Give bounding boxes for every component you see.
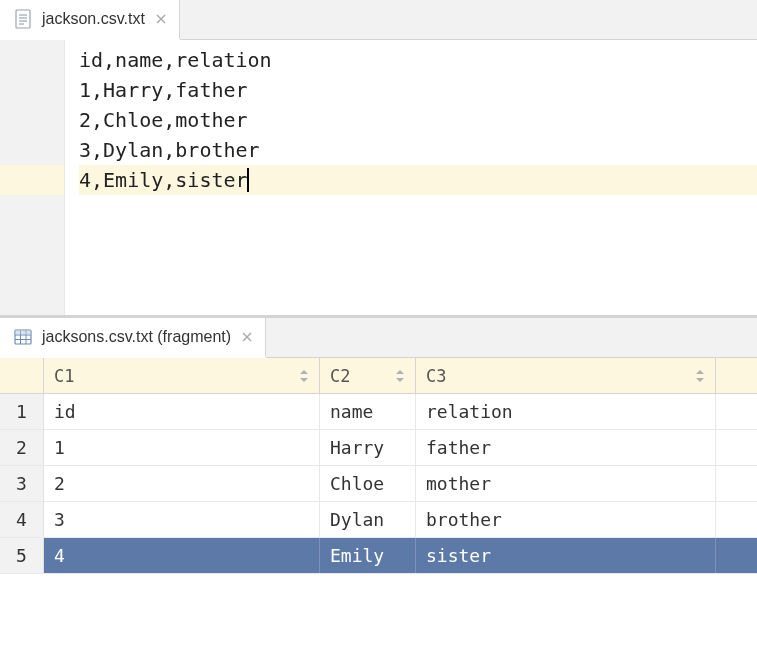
table-cell[interactable]: father (416, 430, 716, 465)
table-cell[interactable]: 1 (44, 430, 320, 465)
table-cell[interactable]: Harry (320, 430, 416, 465)
column-header[interactable]: C1 (44, 358, 320, 393)
table-header-row: C1 C2 C3 (0, 358, 757, 394)
sort-icon[interactable] (695, 370, 705, 382)
sort-icon[interactable] (395, 370, 405, 382)
table-row[interactable]: 32Chloemother (0, 466, 757, 502)
close-icon[interactable] (155, 13, 167, 25)
column-header[interactable]: C2 (320, 358, 416, 393)
table-cell[interactable]: Emily (320, 538, 416, 573)
code-text: 4,Emily,sister (79, 165, 248, 195)
table-row[interactable]: 43Dylanbrother (0, 502, 757, 538)
gutter-line (0, 45, 64, 75)
gutter-line (0, 165, 64, 195)
row-number: 4 (0, 502, 44, 537)
table-cell[interactable]: name (320, 394, 416, 429)
svg-rect-0 (16, 10, 30, 28)
code-text: id,name,relation (79, 45, 272, 75)
column-header-label: C1 (54, 366, 74, 386)
table-cell[interactable]: id (44, 394, 320, 429)
table-row[interactable]: 54Emilysister (0, 538, 757, 574)
table-cell[interactable]: brother (416, 502, 716, 537)
code-line[interactable]: 1,Harry,father (79, 75, 757, 105)
editor-gutter (0, 40, 65, 315)
code-text: 2,Chloe,mother (79, 105, 248, 135)
editor-body[interactable]: id,name,relation1,Harry,father2,Chloe,mo… (0, 40, 757, 315)
table-cell[interactable]: Dylan (320, 502, 416, 537)
table-cell[interactable]: Chloe (320, 466, 416, 501)
column-header-label: C3 (426, 366, 446, 386)
editor-tab-label: jackson.csv.txt (42, 10, 145, 28)
row-number: 2 (0, 430, 44, 465)
svg-rect-12 (15, 330, 31, 335)
column-header[interactable]: C3 (416, 358, 716, 393)
row-number: 1 (0, 394, 44, 429)
table-row[interactable]: 1idnamerelation (0, 394, 757, 430)
gutter-line (0, 75, 64, 105)
table-cell[interactable]: mother (416, 466, 716, 501)
sort-icon[interactable] (299, 370, 309, 382)
table-tab-bar: jacksons.csv.txt (fragment) (0, 318, 757, 358)
gutter-line (0, 105, 64, 135)
code-line[interactable]: 3,Dylan,brother (79, 135, 757, 165)
table-corner (0, 358, 44, 393)
table-tab[interactable]: jacksons.csv.txt (fragment) (0, 318, 266, 358)
table-cell[interactable]: 2 (44, 466, 320, 501)
close-icon[interactable] (241, 331, 253, 343)
caret (247, 168, 249, 192)
code-area[interactable]: id,name,relation1,Harry,father2,Chloe,mo… (65, 40, 757, 315)
code-line[interactable]: 2,Chloe,mother (79, 105, 757, 135)
editor-pane: jackson.csv.txt id,name,relation1,Harry,… (0, 0, 757, 318)
row-number: 3 (0, 466, 44, 501)
table-icon (14, 328, 32, 346)
table-pane: jacksons.csv.txt (fragment) C1 C2 (0, 318, 757, 574)
code-text: 3,Dylan,brother (79, 135, 260, 165)
table-cell[interactable]: relation (416, 394, 716, 429)
text-file-icon (14, 9, 32, 29)
column-header-label: C2 (330, 366, 350, 386)
table-row[interactable]: 21Harryfather (0, 430, 757, 466)
code-line[interactable]: id,name,relation (79, 45, 757, 75)
table-cell[interactable]: 3 (44, 502, 320, 537)
code-line[interactable]: 4,Emily,sister (79, 165, 757, 195)
editor-tab-bar: jackson.csv.txt (0, 0, 757, 40)
code-text: 1,Harry,father (79, 75, 248, 105)
table-cell[interactable]: 4 (44, 538, 320, 573)
gutter-line (0, 135, 64, 165)
table-cell[interactable]: sister (416, 538, 716, 573)
row-number: 5 (0, 538, 44, 573)
editor-tab[interactable]: jackson.csv.txt (0, 0, 180, 40)
data-table[interactable]: C1 C2 C3 1idnamerelation21Harryfather32C… (0, 358, 757, 574)
table-tab-label: jacksons.csv.txt (fragment) (42, 328, 231, 346)
